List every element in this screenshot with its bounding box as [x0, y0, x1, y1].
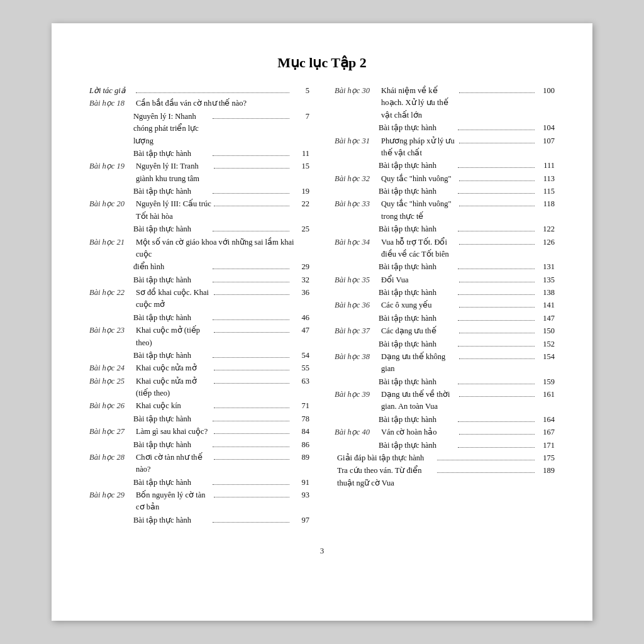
toc-label: Bài học 20	[89, 198, 133, 210]
toc-dots	[213, 357, 289, 358]
toc-page: 154	[537, 351, 555, 363]
toc-page: 115	[537, 186, 555, 197]
toc-dots	[458, 447, 535, 448]
toc-label: Bài học 22	[89, 287, 133, 299]
toc-entry: Bài học 38Dạng ưu thế không gian154	[335, 351, 555, 375]
toc-entry: Bài học 23Khai cuộc mở (tiếp theo)47	[89, 325, 309, 349]
toc-label: Bài học 35	[335, 274, 379, 286]
toc-page: 19	[292, 186, 309, 197]
toc-label: Bài học 29	[89, 489, 133, 501]
toc-dots	[136, 92, 289, 93]
toc-sub-title: Bài tập thực hành	[133, 148, 210, 160]
toc-sub-entry: Bài tập thực hành171	[335, 440, 555, 452]
toc-page: 54	[292, 350, 309, 362]
toc-entry: Bài học 30Khái niệm về kế hoạch. Xử lý ư…	[335, 85, 555, 121]
toc-sub-title: Bài tập thực hành	[133, 350, 210, 362]
toc-page: 111	[537, 160, 555, 172]
toc-label: Bài học 37	[335, 325, 379, 337]
toc-title: Nguyên lý II: Tranh giành khu trung tâm	[133, 160, 211, 185]
toc-dots	[214, 383, 289, 384]
toc-label: Bài học 25	[89, 375, 133, 387]
toc-dots	[214, 294, 289, 295]
toc-entry: Bài học 35Đổi Vua135	[335, 274, 555, 286]
toc-title: Khai cuộc kín	[133, 400, 211, 412]
toc-entry: Bài học 39Dạng ưu thế về thời gian. An t…	[335, 389, 555, 413]
toc-sub-entry: Bài tập thực hành78	[89, 413, 309, 425]
toc-dots	[214, 408, 289, 408]
toc-title: Dạng ưu thế về thời gian. An toàn Vua	[379, 389, 457, 413]
toc-page: 152	[537, 338, 555, 350]
toc-page: 22	[292, 198, 309, 210]
toc-page: 138	[537, 287, 555, 299]
toc-label: Bài học 26	[89, 400, 133, 412]
toc-page: 84	[292, 426, 309, 438]
toc-sub-entry: Bài tập thực hành91	[89, 477, 309, 489]
toc-page: 100	[537, 85, 555, 97]
toc-entry: Bài học 37Các dạng ưu thế150	[335, 325, 555, 337]
toc-dots	[214, 459, 289, 460]
toc-page: 47	[292, 325, 309, 336]
toc-page: 141	[537, 299, 555, 311]
toc-sub-title: Bài tập thực hành	[379, 160, 455, 172]
toc-dots	[459, 434, 535, 435]
toc-sub-entry: Bài tập thực hành25	[89, 223, 309, 235]
toc-title: Ván cờ hoàn hảo	[379, 426, 457, 438]
toc-dots	[459, 244, 535, 245]
toc-dots	[459, 180, 535, 181]
toc-entry: Bài học 19Nguyên lý II: Tranh giành khu …	[89, 160, 309, 185]
toc-dots	[458, 294, 535, 295]
toc-page: 97	[292, 514, 309, 526]
toc-title: Khai cuộc mở (tiếp theo)	[133, 325, 211, 349]
toc-title: Các ô xung yếu	[379, 299, 457, 311]
toc-dots	[214, 332, 289, 333]
toc-sub-entry: Bài tập thực hành104	[335, 122, 555, 134]
toc-title: Bốn nguyên lý cờ tàn cơ bản	[133, 489, 211, 514]
toc-page: 29	[292, 261, 309, 273]
toc-dots	[213, 193, 289, 194]
toc-page: 63	[292, 375, 309, 387]
toc-title: Cần bắt đầu ván cờ như thế nào?	[133, 97, 309, 109]
toc-dots	[213, 522, 289, 523]
toc-label: Bài học 30	[335, 85, 379, 97]
toc-label: Bài học 19	[89, 160, 133, 172]
toc-page: 5	[292, 85, 309, 97]
toc-page: 91	[292, 477, 309, 489]
toc-page: 122	[537, 223, 555, 235]
toc-page: 131	[537, 261, 555, 273]
toc-dots	[459, 143, 535, 143]
toc-page: 32	[292, 274, 309, 286]
toc-sub-entry: Bài tập thực hành32	[89, 274, 309, 286]
toc-sub-title: Bài tập thực hành	[133, 439, 210, 451]
toc-dots	[213, 282, 289, 282]
toc-title: Nguyên lý III: Cấu trúc Tốt hài hòa	[133, 198, 211, 223]
toc-entry: Bài học 36Các ô xung yếu141	[335, 299, 555, 311]
toc-label: Bài học 36	[335, 299, 379, 311]
toc-page: 86	[292, 439, 309, 451]
toc-sub-entry: Bài tập thực hành147	[335, 313, 555, 325]
toc-entry: Lời tác giả5	[89, 85, 309, 97]
toc-title: Một số ván cờ giáo khoa với những sai lầ…	[133, 236, 309, 261]
toc-dots	[458, 421, 535, 422]
page-number: 3	[89, 546, 555, 556]
toc-page: 15	[292, 160, 309, 172]
toc-page: 55	[292, 362, 309, 374]
toc-dots	[214, 433, 289, 434]
toc-sub2-entry: điển hình29	[89, 261, 309, 273]
toc-sub-title: Bài tập thực hành	[379, 440, 455, 452]
toc-entry: Bài học 28Chơi cờ tàn như thế nào?89	[89, 452, 309, 476]
toc-page: 113	[537, 173, 555, 185]
toc-dots	[459, 282, 535, 282]
toc-page: 89	[292, 452, 309, 464]
toc-dots	[458, 130, 535, 130]
toc-page: 175	[537, 452, 555, 464]
toc-dots	[213, 484, 289, 485]
toc-plain-entry: Giải đáp bài tập thực hành175	[335, 452, 555, 464]
toc-dots	[213, 319, 289, 320]
toc-entry: Bài học 21Một số ván cờ giáo khoa với nh…	[89, 236, 309, 261]
toc-dots	[458, 384, 535, 384]
toc-title: Đổi Vua	[379, 274, 457, 286]
toc-page: 11	[292, 148, 309, 160]
toc-sub2-title: điển hình	[133, 261, 210, 273]
toc-sub-title: Nguyên lý I: Nhanh chóng phát triển lực …	[133, 111, 210, 147]
toc-sub-entry: Bài tập thực hành19	[89, 186, 309, 197]
